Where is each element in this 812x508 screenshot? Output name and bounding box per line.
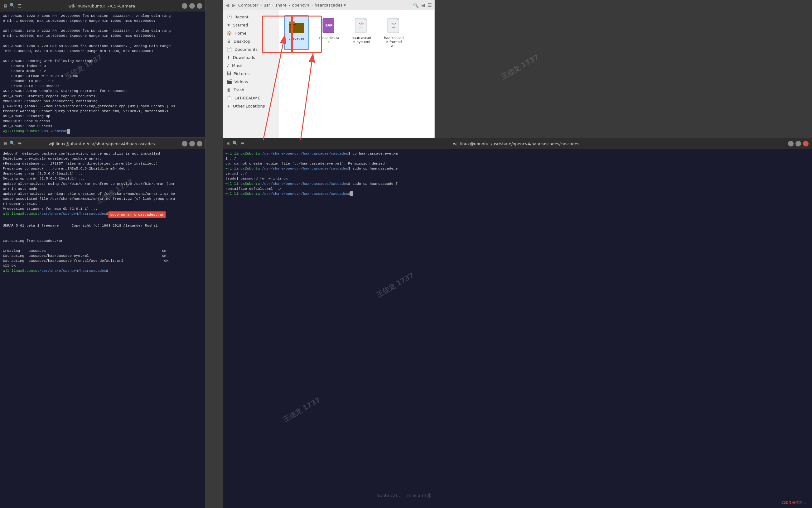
terminal-prompt2-line: wjl-linux@ubuntu:/usr/share/opencv4/haar… [3, 268, 203, 273]
terminal-line: (Reading database ... 171857 files and d… [3, 161, 203, 166]
documents-icon: 📄 [227, 47, 232, 52]
prompt-dollar: $ sudo cp haarcascade_f [348, 181, 398, 186]
close-button[interactable]: ✕ [197, 3, 202, 9]
terminal-line: GST_ARGUS: Cleaning up [3, 114, 203, 119]
prompt-user: wjl-linux@ubuntu: [226, 192, 262, 196]
prompt-path: /usr/share/opencv4/haarcascades [39, 268, 106, 273]
sidebar-item-music[interactable]: ♪ Music [223, 61, 279, 70]
fm-breadcrumb-haarcascades[interactable]: haarcascades ▾ [315, 3, 346, 7]
terminal-line: r) doesn't exist [3, 201, 203, 206]
terminal-line: e min 1.000000, max 10.625000; Exposure … [3, 18, 203, 24]
fm-body: 🕐 Recent ★ Starred 🏠 Home 🖥 Desktop 📄 Do… [223, 10, 434, 143]
sidebar-item-desktop[interactable]: 🖥 Desktop [223, 37, 279, 45]
fm-content-area: cascades RAR cascades.rar [279, 10, 434, 143]
maximize-button[interactable]: □ [189, 3, 195, 9]
prompt-dollar: $ [106, 268, 108, 273]
terminal-error-line: cp: cannot create regular file '../haarc… [226, 161, 809, 166]
prompt-user: wjl-linux@ubuntu: [3, 129, 39, 134]
prompt-user: wjl-linux@ubuntu: [3, 211, 39, 218]
sidebar-item-starred[interactable]: ★ Starred [223, 21, 279, 29]
sidebar-label-music: Music [232, 63, 244, 68]
terminal-line: GST_ARGUS: 1920 x 1080 FR= 29.999999 fps… [3, 13, 203, 18]
view-options-icon[interactable]: ⊞ [421, 2, 425, 8]
sidebar-label-trash: Trash [234, 88, 244, 92]
minimize-button[interactable]: – [182, 3, 188, 9]
file-item-cascades[interactable]: cascades [284, 15, 309, 50]
terminal-topleft-body[interactable]: GST_ARGUS: 1920 x 1080 FR= 29.999999 fps… [0, 11, 205, 137]
sidebar-label-starred: Starred [233, 23, 248, 28]
terminal-bot-left[interactable]: 🖥 🔍 ☰ wjl-linux@ubuntu: /usr/share/openc… [0, 138, 206, 508]
terminal-line: treamer warning: Cannot query video posi… [3, 109, 203, 114]
sidebar-label-videos: Videos [235, 80, 248, 84]
search-icon[interactable]: 🔍 [10, 140, 16, 147]
sidebar-item-recent[interactable]: 🕐 Recent [223, 13, 279, 21]
close-button[interactable]: ✕ [197, 141, 202, 146]
sidebar-item-l4t[interactable]: 📋 L4T-README [223, 94, 279, 102]
terminal-line [3, 24, 203, 28]
menu-icon[interactable]: ☰ [18, 141, 22, 146]
terminal-line: GST_ARGUS: 1640 x 1232 FR= 29.999999 fps… [3, 28, 203, 33]
file-item-frontal-xml[interactable]: </> XML haarcascade_frontalfa... [381, 15, 406, 50]
terminal-cmd-line: wjl-linux@ubuntu:/usr/share/opencv4/haar… [3, 211, 203, 218]
prompt-path: /usr/share/opencv4/haarcascades/cascades [262, 151, 348, 156]
file-label-cascades-rar: cascades.rar [318, 36, 339, 44]
maximize-button[interactable]: □ [796, 141, 801, 146]
sidebar-label-l4t: L4T-README [235, 96, 260, 100]
minimize-button[interactable]: – [182, 141, 188, 146]
terminal-prompt-final: wjl-linux@ubuntu:/usr/share/opencv4/haar… [226, 192, 809, 196]
fm-sidebar: 🕐 Recent ★ Starred 🏠 Home 🖥 Desktop 📄 Do… [223, 10, 279, 143]
sidebar-item-videos[interactable]: 🎬 Videos [223, 78, 279, 86]
fm-breadcrumb-computer[interactable]: Computer [238, 3, 258, 7]
terminal-line: Unpacking unrar (1:5.6.6-2build1) ... [3, 171, 203, 176]
fm-breadcrumb-opencv4[interactable]: opencv4 [292, 3, 309, 7]
search-icon[interactable]: 🔍 [413, 2, 419, 8]
terminal-line: Camera index = 0 [3, 64, 203, 69]
fm-nav-back[interactable]: ◀ [226, 2, 229, 8]
sidebar-label-home: Home [235, 31, 246, 36]
fm-breadcrumb-share[interactable]: share [275, 3, 287, 7]
terminal-line: Extracting cascades/haarcascade_eye.xml … [3, 253, 203, 258]
file-item-cascades-rar[interactable]: RAR cascades.rar [317, 15, 341, 50]
terminal-line: debconf: delaying package configuration,… [3, 151, 203, 156]
terminal-line [3, 234, 203, 239]
search-icon[interactable]: 🔍 [10, 3, 16, 9]
prompt-path: /usr/share/opencv4/haarcascades/cascades [262, 181, 348, 186]
sidebar-label-other: Other Locations [233, 104, 265, 109]
search-icon[interactable]: 🔍 [232, 140, 239, 147]
file-manager[interactable]: ◀ ▶ Computer › usr › share › opencv4 › h… [222, 0, 435, 143]
fm-menubar: ◀ ▶ Computer › usr › share › opencv4 › h… [223, 0, 434, 10]
menu-icon[interactable]: ☰ [18, 3, 22, 8]
prompt-dollar: $ [106, 211, 108, 218]
terminal-botleft-body[interactable]: debconf: delaying package configuration,… [0, 149, 205, 508]
pictures-icon: 🖼 [227, 71, 231, 76]
menu-icon[interactable]: ☰ [428, 2, 432, 8]
prompt-path: /usr/share/opencv4/haarcascades/cascades [262, 192, 348, 196]
terminal-line: GST_ARGUS: Setup Complete, Starting capt… [3, 88, 203, 93]
terminal-line: Creating cascades OK [3, 248, 203, 253]
sidebar-item-documents[interactable]: 📄 Documents [223, 45, 279, 53]
terminal-line [3, 218, 203, 223]
file-item-eye-xml[interactable]: </> XML haarcascade_eye.xml [349, 15, 374, 50]
monitor-icon: 🖥 [226, 141, 231, 146]
fm-breadcrumb-usr[interactable]: usr [263, 3, 270, 7]
minimize-button[interactable]: – [788, 141, 794, 146]
sidebar-item-downloads[interactable]: ⬇ Downloads [223, 53, 279, 61]
terminal-top-left[interactable]: 🖥 🔍 ☰ wjl-linux@ubuntu: ~/CSI-Camera – □… [0, 0, 206, 137]
close-button[interactable]: ✕ [803, 141, 809, 146]
menu-icon[interactable]: ☰ [240, 141, 244, 146]
trash-icon: 🗑 [227, 87, 231, 92]
terminal-bot-right[interactable]: 🖥 🔍 ☰ wjl-linux@ubuntu: /usr/share/openc… [222, 138, 812, 508]
terminal-line [3, 54, 203, 58]
sidebar-item-trash[interactable]: 🗑 Trash [223, 86, 279, 94]
prompt-dollar: $ [65, 129, 67, 134]
prompt-path: /usr/share/opencv4/haarcascades/cascades [262, 166, 348, 171]
sidebar-label-pictures: Pictures [234, 71, 249, 76]
sidebar-item-home[interactable]: 🏠 Home [223, 29, 279, 37]
terminal-botright-body[interactable]: wjl-linux@ubuntu:/usr/share/opencv4/haar… [223, 149, 812, 508]
fm-nav-forward[interactable]: ▶ [232, 2, 235, 8]
terminal-line: rontalface_default.xml ../ [226, 186, 809, 192]
prompt-path: /usr/share/opencv4/haarcascades [39, 211, 106, 218]
maximize-button[interactable]: □ [189, 141, 195, 146]
sidebar-item-other[interactable]: + Other Locations [223, 102, 279, 110]
sidebar-item-pictures[interactable]: 🖼 Pictures [223, 70, 279, 78]
